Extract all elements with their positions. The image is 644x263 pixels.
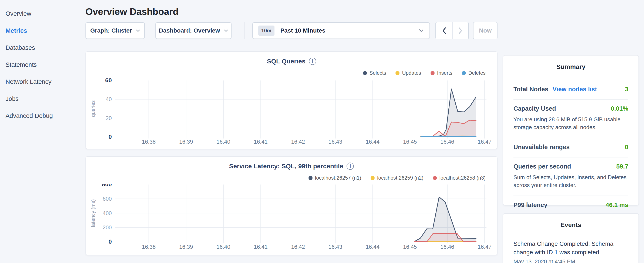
chart-legend: SelectsUpdatesInsertsDeletes — [363, 70, 486, 76]
event-timestamp: May 13, 2020 at 4:45 PM — [514, 258, 628, 263]
toolbar-divider — [244, 22, 245, 39]
time-range-label: Past 10 Minutes — [280, 27, 326, 34]
summary-row-description: Sum of Selects, Updates, Inserts, and De… — [514, 173, 628, 189]
legend-item[interactable]: Selects — [363, 70, 386, 76]
chevron-down-icon — [136, 29, 140, 32]
svg-text:60: 60 — [105, 77, 112, 84]
summary-row-description: You are using 28.6 MiB of 515.9 GiB usab… — [514, 116, 628, 131]
sidebar-item-jobs[interactable]: Jobs — [0, 90, 86, 107]
legend-label: localhost:26257 (n1) — [315, 175, 361, 181]
svg-text:16:42: 16:42 — [291, 244, 305, 250]
svg-text:queries: queries — [90, 100, 96, 117]
svg-text:16:43: 16:43 — [328, 244, 342, 250]
svg-text:16:43: 16:43 — [328, 139, 342, 145]
events-panel: Events Schema Change Completed: Schema c… — [503, 213, 639, 263]
svg-text:16:44: 16:44 — [366, 244, 380, 250]
view-nodes-list-link[interactable]: View nodes list — [552, 86, 597, 93]
event-text: Schema Change Completed: Schema change w… — [514, 239, 628, 256]
sidebar-item-metrics[interactable]: Metrics — [0, 22, 86, 39]
dashboard-dropdown[interactable]: Dashboard: Overview — [156, 22, 232, 39]
summary-row-value: 46.1 ms — [606, 201, 628, 208]
time-forward-button[interactable] — [452, 22, 468, 39]
event-item[interactable]: Schema Change Completed: Schema change w… — [514, 239, 628, 263]
summary-row-value: 0 — [625, 144, 628, 151]
chart-title: SQL Queries — [267, 58, 305, 65]
summary-row-queries-per-second: Queries per second 59.7 Sum of Selects, … — [514, 157, 628, 195]
svg-text:16:39: 16:39 — [179, 244, 193, 250]
legend-item[interactable]: localhost:26259 (n2) — [370, 175, 423, 181]
info-icon[interactable]: i — [346, 163, 354, 170]
svg-text:16:39: 16:39 — [179, 139, 193, 145]
chart-title-row: SQL Queries i — [86, 58, 497, 65]
sidebar-item-databases[interactable]: Databases — [0, 39, 86, 56]
summary-row-capacity-used: Capacity Used 0.01% You are using 28.6 M… — [514, 100, 628, 138]
sidebar-item-overview[interactable]: Overview — [0, 5, 86, 22]
right-rail: Summary Total Nodes View nodes list 3 Ca… — [503, 55, 639, 263]
svg-text:16:38: 16:38 — [142, 244, 156, 250]
chart-title-row: Service Latency: SQL, 99th percentile i — [86, 163, 497, 170]
legend-item[interactable]: Inserts — [430, 70, 452, 76]
app-root: Overview Metrics Databases Statements Ne… — [0, 0, 644, 263]
summary-row-label: Total Nodes — [514, 86, 548, 93]
dashboard-dropdown-label: Dashboard: Overview — [159, 27, 220, 34]
service-latency-chart[interactable]: 16:3816:3916:4016:4116:4216:4316:4416:45… — [86, 184, 497, 254]
legend-dot-icon — [430, 71, 434, 75]
summary-row-label: Queries per second — [514, 163, 571, 170]
chevron-right-icon — [458, 28, 462, 34]
sql-queries-chart-card: SQL Queries i SelectsUpdatesInsertsDelet… — [86, 51, 498, 149]
svg-text:16:47: 16:47 — [478, 244, 492, 250]
legend-label: Selects — [370, 70, 386, 76]
legend-item[interactable]: Deletes — [462, 70, 486, 76]
summary-row-label: Unavailable ranges — [514, 144, 570, 151]
info-icon[interactable]: i — [309, 58, 316, 65]
legend-item[interactable]: localhost:26257 (n1) — [308, 175, 361, 181]
now-button[interactable]: Now — [473, 22, 498, 39]
svg-text:600: 600 — [102, 196, 112, 202]
svg-text:400: 400 — [102, 210, 112, 216]
graph-dropdown-label: Graph: Cluster — [90, 27, 132, 34]
svg-text:800: 800 — [102, 184, 112, 188]
time-back-button[interactable] — [436, 22, 452, 39]
sidebar: Overview Metrics Databases Statements Ne… — [0, 0, 86, 124]
svg-text:20: 20 — [106, 115, 112, 121]
svg-text:16:40: 16:40 — [216, 139, 230, 145]
svg-text:16:41: 16:41 — [254, 139, 268, 145]
legend-dot-icon — [363, 71, 367, 75]
legend-item[interactable]: Updates — [396, 70, 421, 76]
svg-text:16:44: 16:44 — [366, 139, 380, 145]
svg-text:16:45: 16:45 — [403, 244, 417, 250]
events-title: Events — [514, 214, 628, 228]
sidebar-item-statements[interactable]: Statements — [0, 56, 86, 73]
svg-text:16:45: 16:45 — [403, 139, 417, 145]
legend-dot-icon — [462, 71, 466, 75]
page-title: Overview Dashboard — [86, 7, 498, 17]
summary-row-value: 0.01% — [611, 105, 628, 112]
summary-title: Summary — [514, 56, 628, 70]
svg-text:16:47: 16:47 — [478, 139, 492, 145]
time-range-selector[interactable]: 10m Past 10 Minutes — [252, 22, 430, 39]
legend-label: Updates — [402, 70, 421, 76]
sidebar-item-network-latency[interactable]: Network Latency — [0, 73, 86, 90]
legend-dot-icon — [308, 176, 312, 180]
time-range-badge: 10m — [258, 26, 274, 36]
summary-panel: Summary Total Nodes View nodes list 3 Ca… — [503, 55, 639, 205]
time-step-button-group — [436, 22, 469, 39]
summary-row-value: 59.7 — [616, 163, 628, 170]
sidebar-item-advanced-debug[interactable]: Advanced Debug — [0, 107, 86, 124]
svg-text:200: 200 — [102, 224, 112, 230]
summary-row-unavailable-ranges: Unavailable ranges 0 — [514, 138, 628, 157]
summary-row-label: P99 latency — [514, 201, 548, 208]
svg-text:0: 0 — [108, 133, 112, 140]
sql-queries-chart[interactable]: 16:3816:3916:4016:4116:4216:4316:4416:45… — [86, 77, 497, 148]
legend-label: Inserts — [437, 70, 452, 76]
legend-dot-icon — [396, 71, 400, 75]
graph-dropdown[interactable]: Graph: Cluster — [86, 22, 145, 39]
legend-label: Deletes — [468, 70, 486, 76]
legend-item[interactable]: localhost:26258 (n3) — [433, 175, 486, 181]
legend-label: localhost:26259 (n2) — [377, 175, 423, 181]
summary-row-total-nodes: Total Nodes View nodes list 3 — [514, 80, 628, 99]
summary-row-label: Capacity Used — [514, 105, 556, 112]
chart-legend: localhost:26257 (n1)localhost:26259 (n2)… — [308, 175, 486, 181]
summary-row-p99-latency: P99 latency 46.1 ms — [514, 196, 628, 215]
svg-text:16:41: 16:41 — [254, 244, 268, 250]
